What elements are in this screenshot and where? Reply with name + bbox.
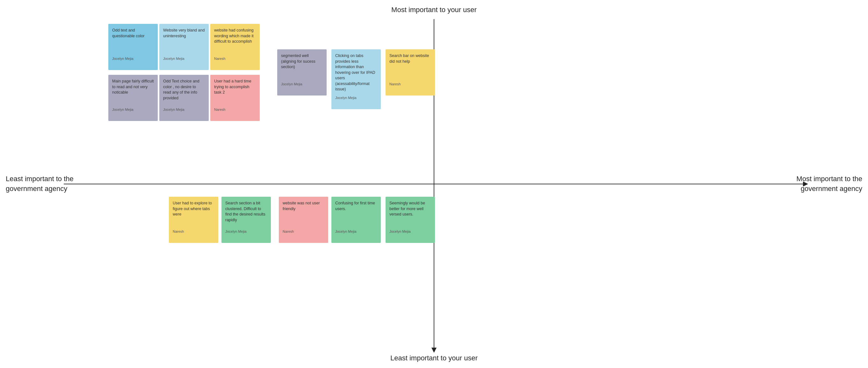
card-text: website was not user friendly	[283, 201, 324, 226]
sticky-note[interactable]: Clicking on tabs provides less informati…	[331, 49, 381, 109]
card-author: Jocelyn Mejia	[390, 229, 431, 234]
card-text: Main page fairly difficult to read and n…	[112, 79, 154, 104]
card-text: Seemingly would be better for more well …	[390, 201, 431, 226]
card-text: Odd Text choice and color , no desire to…	[163, 79, 205, 104]
sticky-note[interactable]: User had a hard time trying to accomplis…	[210, 75, 260, 121]
card-text: User had a hard time trying to accomplis…	[214, 79, 256, 104]
sticky-note[interactable]: website had confusing wording which made…	[210, 24, 260, 70]
sticky-note[interactable]: User had to explore to figure out where …	[169, 197, 218, 243]
axis-top-label: Most important to your user	[391, 6, 477, 14]
card-author: Naresh	[214, 107, 256, 112]
card-author: Jocelyn Mejia	[112, 107, 154, 112]
sticky-note[interactable]: Main page fairly difficult to read and n…	[108, 75, 158, 121]
card-author: Naresh	[390, 82, 431, 87]
card-text: segmented well (aligning for sucess sect…	[281, 53, 323, 79]
card-text: website had confusing wording which made…	[214, 28, 256, 53]
axis-left-label: Least important to thegovernment agency	[6, 174, 73, 194]
card-text: Website very bland and uninteresting	[163, 28, 205, 53]
card-author: Jocelyn Mejia	[163, 56, 205, 61]
card-author: Jocelyn Mejia	[225, 229, 267, 234]
axis-bottom-label: Least important to your user	[390, 354, 478, 362]
card-text: Confusing for first time users.	[335, 201, 377, 226]
card-author: Naresh	[283, 229, 324, 234]
sticky-note[interactable]: Website very bland and uninterestingJoce…	[159, 24, 209, 70]
sticky-note[interactable]: Seemingly would be better for more well …	[385, 197, 435, 243]
card-text: Search section a bit clustered. Difficul…	[225, 201, 267, 226]
sticky-note[interactable]: Confusing for first time users.Jocelyn M…	[331, 197, 381, 243]
card-author: Naresh	[173, 229, 214, 234]
card-author: Naresh	[214, 56, 256, 61]
card-author: Jocelyn Mejia	[112, 56, 154, 61]
sticky-note[interactable]: Search section a bit clustered. Difficul…	[221, 197, 271, 243]
card-author: Jocelyn Mejia	[335, 96, 377, 100]
sticky-note[interactable]: segmented well (aligning for sucess sect…	[277, 49, 327, 96]
card-author: Jocelyn Mejia	[163, 107, 205, 112]
sticky-note[interactable]: Odd text and questionable colorJocelyn M…	[108, 24, 158, 70]
card-author: Jocelyn Mejia	[281, 82, 323, 87]
card-text: Odd text and questionable color	[112, 28, 154, 53]
card-text: User had to explore to figure out where …	[173, 201, 214, 226]
card-author: Jocelyn Mejia	[335, 229, 377, 234]
sticky-note[interactable]: Odd Text choice and color , no desire to…	[159, 75, 209, 121]
card-text: Clicking on tabs provides less informati…	[335, 53, 377, 92]
card-text: Search bar on website did not help	[390, 53, 431, 79]
sticky-note[interactable]: Search bar on website did not helpNaresh	[385, 49, 435, 96]
sticky-note[interactable]: website was not user friendlyNaresh	[279, 197, 328, 243]
